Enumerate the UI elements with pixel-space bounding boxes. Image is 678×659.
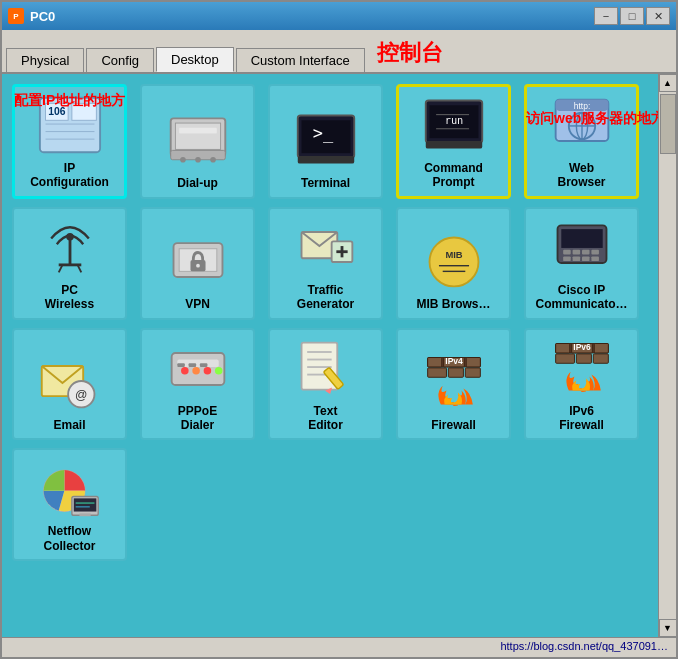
close-button[interactable]: ✕ (646, 7, 670, 25)
traffic-generator-label: TrafficGenerator (297, 283, 354, 312)
svg-text:http:: http: (573, 101, 589, 111)
command-prompt-icon: run (422, 93, 486, 157)
svg-text:P: P (13, 12, 19, 21)
scroll-thumb[interactable] (660, 94, 676, 154)
title-bar: P PC0 − □ ✕ (2, 2, 676, 30)
svg-rect-51 (561, 229, 602, 248)
scroll-up-button[interactable]: ▲ (659, 74, 677, 92)
minimize-button[interactable]: − (594, 7, 618, 25)
icon-mib-browser[interactable]: MIB MIB Brows… (396, 207, 511, 320)
icon-netflow[interactable]: NetflowCollector (12, 448, 127, 561)
mib-browser-label: MIB Brows… (416, 297, 490, 311)
svg-rect-84 (448, 368, 463, 377)
svg-rect-83 (427, 368, 446, 377)
icon-email[interactable]: @ Email (12, 328, 127, 441)
icon-traffic-generator[interactable]: TrafficGenerator (268, 207, 383, 320)
icon-dialup[interactable]: Dial-up (140, 84, 255, 199)
tab-physical[interactable]: Physical (6, 48, 84, 72)
icon-vpn[interactable]: VPN (140, 207, 255, 320)
icon-pppoe[interactable]: PPPoEDialer (140, 328, 255, 441)
svg-rect-92 (576, 353, 591, 362)
icon-command-prompt[interactable]: run CommandPrompt (396, 84, 511, 199)
netflow-icon (38, 456, 102, 520)
tab-desktop[interactable]: Desktop (156, 47, 234, 72)
svg-point-12 (180, 157, 186, 163)
svg-text:IPv6: IPv6 (573, 342, 591, 352)
svg-text:IPv4: IPv4 (445, 356, 463, 366)
tab-custom-interface[interactable]: Custom Interface (236, 48, 365, 72)
vpn-label: VPN (185, 297, 210, 311)
icon-firewall[interactable]: IPv4 Firewall (396, 328, 511, 441)
svg-rect-56 (563, 256, 571, 261)
pppoe-label: PPPoEDialer (178, 404, 217, 433)
terminal-label: Terminal (301, 176, 350, 190)
svg-rect-53 (572, 250, 580, 255)
svg-rect-15 (179, 128, 217, 134)
svg-rect-93 (593, 353, 608, 362)
web-browser-icon: http: (550, 93, 614, 157)
svg-rect-98 (79, 514, 90, 517)
icon-cisco-ip[interactable]: 访问web服务器的地方 (524, 207, 639, 320)
window-title: PC0 (30, 9, 55, 24)
svg-rect-10 (175, 123, 220, 149)
svg-text:@: @ (75, 388, 87, 402)
email-label: Email (53, 418, 85, 432)
ipv6-firewall-label: IPv6Firewall (559, 404, 604, 433)
svg-rect-91 (555, 353, 574, 362)
svg-rect-69 (177, 363, 185, 367)
tab-config[interactable]: Config (86, 48, 154, 72)
svg-rect-70 (188, 363, 196, 367)
scrollable-content[interactable]: 配置IP地址的地方 106 (2, 74, 658, 637)
scrollbar[interactable]: ▲ ▼ (658, 74, 676, 637)
icon-text-editor[interactable]: TextEditor (268, 328, 383, 441)
svg-point-66 (192, 367, 200, 375)
svg-rect-58 (582, 256, 590, 261)
svg-rect-5 (71, 103, 95, 120)
traffic-generator-icon (294, 215, 358, 279)
svg-rect-82 (466, 357, 480, 366)
mib-browser-icon: MIB (422, 229, 486, 293)
svg-rect-59 (591, 256, 599, 261)
cisco-ip-icon (550, 215, 614, 279)
svg-point-67 (203, 367, 211, 375)
title-bar-buttons: − □ ✕ (594, 7, 670, 25)
pppoe-icon (166, 336, 230, 400)
icon-ipv6-firewall[interactable]: IPv6 IPv6Firewall (524, 328, 639, 441)
svg-point-14 (210, 157, 216, 163)
svg-rect-55 (591, 250, 599, 255)
pc-wireless-label: PCWireless (45, 283, 94, 312)
ip-config-icon: 106 (38, 93, 102, 157)
web-browser-label: WebBrowser (557, 161, 605, 190)
svg-text:106: 106 (48, 106, 66, 117)
icon-terminal[interactable]: >_ Terminal (268, 84, 383, 199)
svg-text:run: run (444, 114, 463, 126)
icons-grid: 配置IP地址的地方 106 (12, 84, 648, 561)
maximize-button[interactable]: □ (620, 7, 644, 25)
svg-rect-57 (572, 256, 580, 261)
status-bar: https://blog.csdn.net/qq_437091… (2, 637, 676, 657)
svg-point-13 (195, 157, 201, 163)
control-annotation: 控制台 (367, 34, 453, 72)
firewall-icon: IPv4 (422, 350, 486, 414)
svg-point-65 (181, 367, 189, 375)
svg-rect-54 (582, 250, 590, 255)
vpn-icon (166, 229, 230, 293)
icon-pc-wireless[interactable]: PCWireless (12, 207, 127, 320)
dialup-label: Dial-up (177, 176, 218, 190)
svg-point-46 (429, 238, 478, 287)
svg-rect-19 (297, 156, 353, 164)
svg-rect-97 (73, 499, 96, 512)
netflow-label: NetflowCollector (43, 524, 95, 553)
app-icon: P (8, 8, 24, 24)
svg-rect-85 (465, 368, 480, 377)
icon-ip-config[interactable]: 106 IPConfiguration (12, 84, 127, 199)
ip-config-label: IPConfiguration (30, 161, 109, 190)
status-url: https://blog.csdn.net/qq_437091… (500, 640, 668, 652)
svg-rect-90 (594, 343, 608, 352)
icon-web-browser[interactable]: http: WebBrowser (524, 84, 639, 199)
pc-wireless-icon (38, 215, 102, 279)
email-icon: @ (38, 350, 102, 414)
scroll-down-button[interactable]: ▼ (659, 619, 677, 637)
firewall-label: Firewall (431, 418, 476, 432)
svg-rect-25 (425, 141, 481, 149)
